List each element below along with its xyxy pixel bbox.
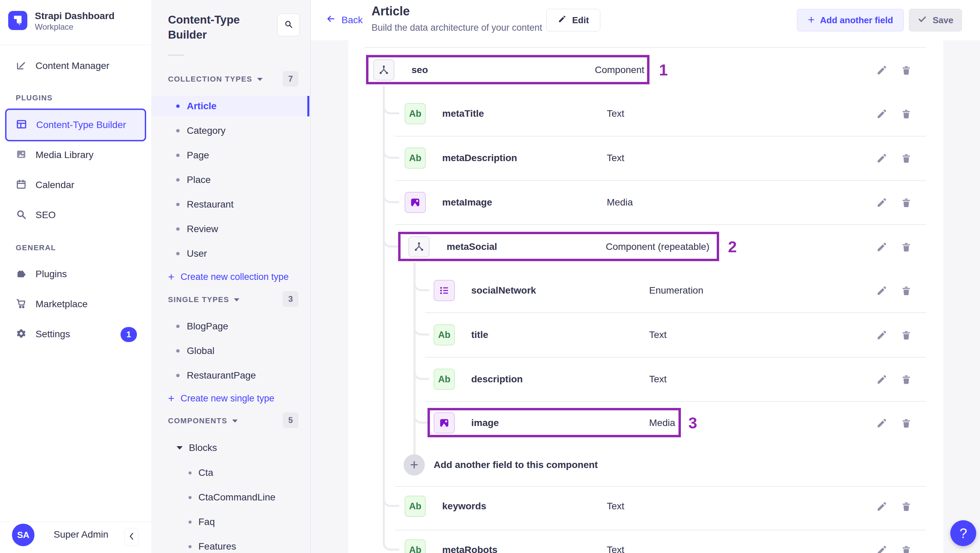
trash-icon: [901, 153, 912, 165]
pencil-icon: [876, 545, 888, 553]
text-field-icon: Ab: [405, 496, 426, 517]
item-label: Place: [187, 175, 211, 185]
create-single-type-link[interactable]: + Create new single type: [168, 389, 274, 407]
collection-type-article[interactable]: Article: [176, 97, 216, 116]
plus-circle-icon[interactable]: +: [404, 454, 425, 475]
back-link[interactable]: Back: [325, 14, 363, 26]
trash-icon: [901, 242, 912, 254]
sidebar-item-marketplace[interactable]: Marketplace: [16, 293, 88, 315]
sidebar-item-calendar[interactable]: Calendar: [16, 174, 75, 196]
component-features[interactable]: Features: [188, 537, 236, 553]
row-divider: [425, 357, 926, 358]
delete-field-button[interactable]: [899, 107, 914, 122]
trash-icon: [901, 545, 912, 553]
edit-field-button[interactable]: [874, 543, 889, 553]
components-header[interactable]: COMPONENTS: [168, 416, 238, 425]
pencil-icon: [876, 374, 888, 386]
single-type-blogpage[interactable]: BlogPage: [176, 317, 228, 336]
component-faq[interactable]: Faq: [188, 512, 215, 531]
component-ctacommandline[interactable]: CtaCommandLine: [188, 488, 275, 507]
annotation-number-1: 1: [659, 61, 668, 79]
edit-field-button[interactable]: [874, 240, 889, 255]
search-icon: [284, 19, 293, 30]
gear-icon: [16, 328, 27, 340]
edit-field-button[interactable]: [874, 372, 889, 388]
collection-type-restaurant[interactable]: Restaurant: [176, 195, 234, 214]
row-divider: [395, 224, 926, 225]
row-divider: [395, 180, 926, 181]
field-row-metadescription: Ab metaDescription Text: [348, 143, 943, 173]
sidebar-item-content-manager[interactable]: Content Manager: [16, 55, 109, 77]
sidebar-item-seo[interactable]: SEO: [16, 204, 56, 226]
single-type-restaurantpage[interactable]: RestaurantPage: [176, 366, 256, 385]
delete-field-button[interactable]: [899, 328, 914, 343]
delete-field-button[interactable]: [899, 151, 914, 166]
trash-icon: [901, 501, 912, 513]
text-field-icon: Ab: [434, 324, 455, 345]
single-type-global[interactable]: Global: [176, 342, 215, 361]
field-type: Text: [607, 143, 624, 173]
edit-field-button[interactable]: [874, 63, 889, 78]
edit-button[interactable]: Edit: [546, 9, 600, 32]
app-logo-row[interactable]: Strapi Dashboard Workplace: [8, 10, 115, 32]
field-row-socialnetwork: socialNetwork Enumeration: [348, 275, 943, 305]
collection-type-user[interactable]: User: [176, 244, 207, 263]
component-cta[interactable]: Cta: [188, 463, 213, 482]
sidebar-item-label: Media Library: [35, 149, 94, 160]
row-divider: [395, 530, 926, 531]
chevron-left-icon: [129, 532, 134, 541]
component-group-blocks[interactable]: Blocks: [177, 438, 217, 458]
bullet-dot: [176, 178, 180, 181]
delete-field-button[interactable]: [899, 284, 914, 299]
trash-icon: [901, 330, 912, 342]
bullet-dot: [176, 349, 180, 353]
item-label: Faq: [198, 516, 215, 528]
item-label: Cta: [198, 467, 213, 478]
edit-field-button[interactable]: [874, 195, 889, 211]
collection-type-review[interactable]: Review: [176, 219, 218, 238]
collapse-sidebar-button[interactable]: [124, 528, 138, 546]
field-type: Text: [607, 99, 624, 129]
pencil-icon: [876, 108, 888, 121]
field-row-seo: seo Component: [348, 55, 943, 85]
single-types-header[interactable]: SINGLE TYPES: [168, 295, 239, 304]
edit-field-button[interactable]: [874, 107, 889, 122]
add-component-field-row[interactable]: + Add another field to this component: [348, 450, 943, 480]
field-type: Component: [595, 55, 644, 85]
sidebar-item-plugins[interactable]: Plugins: [16, 263, 67, 285]
image-icon: [16, 149, 27, 161]
pencil-icon: [558, 15, 566, 26]
delete-field-button[interactable]: [899, 240, 914, 255]
delete-field-button[interactable]: [899, 499, 914, 515]
field-name: metaSocial: [447, 232, 497, 262]
edit-field-button[interactable]: [874, 499, 889, 515]
create-collection-type-link[interactable]: + Create new collection type: [168, 268, 288, 286]
collection-type-category[interactable]: Category: [176, 121, 226, 140]
sidebar-item-settings[interactable]: Settings: [16, 323, 70, 345]
delete-field-button[interactable]: [899, 543, 914, 553]
delete-field-button[interactable]: [899, 63, 914, 78]
save-button[interactable]: Save: [909, 9, 962, 32]
sidebar-item-media-library[interactable]: Media Library: [16, 144, 94, 166]
delete-field-button[interactable]: [899, 372, 914, 388]
edit-field-button[interactable]: [874, 328, 889, 343]
chevron-down-icon: [234, 298, 239, 302]
collection-type-place[interactable]: Place: [176, 170, 211, 189]
item-label: Review: [187, 224, 218, 235]
collection-types-count: 7: [283, 71, 298, 87]
collection-types-header[interactable]: COLLECTION TYPES: [168, 75, 262, 84]
delete-field-button[interactable]: [899, 416, 914, 431]
help-button[interactable]: ?: [950, 520, 976, 546]
ab-glyph: Ab: [438, 374, 450, 385]
delete-field-button[interactable]: [899, 195, 914, 211]
edit-field-button[interactable]: [874, 284, 889, 299]
edit-field-button[interactable]: [874, 416, 889, 431]
page-subtitle: Build the data architecture of your cont…: [372, 22, 542, 33]
collection-type-page[interactable]: Page: [176, 146, 209, 165]
field-row-image: image Media: [348, 408, 943, 438]
add-another-field-button[interactable]: + Add another field: [797, 9, 904, 32]
edit-field-button[interactable]: [874, 151, 889, 166]
search-content-types-button[interactable]: [277, 14, 300, 36]
sidebar-item-content-type-builder[interactable]: Content-Type Builder: [5, 108, 146, 141]
user-avatar[interactable]: SA: [12, 524, 35, 546]
